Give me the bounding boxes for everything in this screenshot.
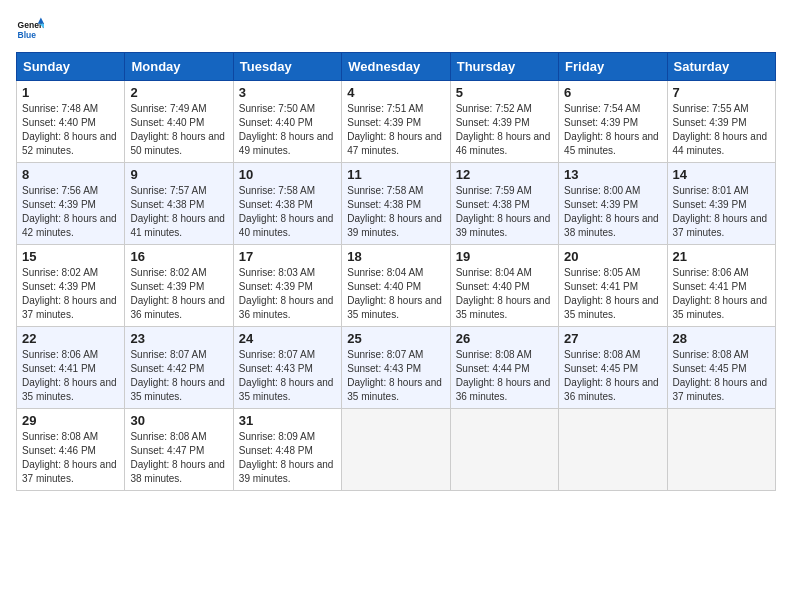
day-detail: Sunrise: 8:08 AMSunset: 4:47 PMDaylight:… [130,431,225,484]
calendar-cell: 17Sunrise: 8:03 AMSunset: 4:39 PMDayligh… [233,245,341,327]
day-detail: Sunrise: 7:57 AMSunset: 4:38 PMDaylight:… [130,185,225,238]
day-number: 12 [456,167,553,182]
calendar-cell: 18Sunrise: 8:04 AMSunset: 4:40 PMDayligh… [342,245,450,327]
calendar-header-row: SundayMondayTuesdayWednesdayThursdayFrid… [17,53,776,81]
day-number: 18 [347,249,444,264]
calendar-cell: 16Sunrise: 8:02 AMSunset: 4:39 PMDayligh… [125,245,233,327]
day-number: 22 [22,331,119,346]
day-detail: Sunrise: 8:04 AMSunset: 4:40 PMDaylight:… [456,267,551,320]
day-number: 8 [22,167,119,182]
weekday-header-sunday: Sunday [17,53,125,81]
calendar-cell: 29Sunrise: 8:08 AMSunset: 4:46 PMDayligh… [17,409,125,491]
calendar-cell: 31Sunrise: 8:09 AMSunset: 4:48 PMDayligh… [233,409,341,491]
calendar-table: SundayMondayTuesdayWednesdayThursdayFrid… [16,52,776,491]
day-detail: Sunrise: 8:03 AMSunset: 4:39 PMDaylight:… [239,267,334,320]
day-detail: Sunrise: 8:02 AMSunset: 4:39 PMDaylight:… [130,267,225,320]
day-number: 23 [130,331,227,346]
day-detail: Sunrise: 8:06 AMSunset: 4:41 PMDaylight:… [22,349,117,402]
weekday-header-wednesday: Wednesday [342,53,450,81]
day-number: 13 [564,167,661,182]
calendar-cell: 27Sunrise: 8:08 AMSunset: 4:45 PMDayligh… [559,327,667,409]
day-detail: Sunrise: 8:07 AMSunset: 4:43 PMDaylight:… [239,349,334,402]
day-detail: Sunrise: 8:09 AMSunset: 4:48 PMDaylight:… [239,431,334,484]
day-detail: Sunrise: 7:56 AMSunset: 4:39 PMDaylight:… [22,185,117,238]
day-number: 11 [347,167,444,182]
calendar-cell: 13Sunrise: 8:00 AMSunset: 4:39 PMDayligh… [559,163,667,245]
calendar-cell: 12Sunrise: 7:59 AMSunset: 4:38 PMDayligh… [450,163,558,245]
calendar-cell: 28Sunrise: 8:08 AMSunset: 4:45 PMDayligh… [667,327,775,409]
day-number: 31 [239,413,336,428]
calendar-cell: 2Sunrise: 7:49 AMSunset: 4:40 PMDaylight… [125,81,233,163]
day-detail: Sunrise: 8:04 AMSunset: 4:40 PMDaylight:… [347,267,442,320]
calendar-cell: 19Sunrise: 8:04 AMSunset: 4:40 PMDayligh… [450,245,558,327]
day-number: 16 [130,249,227,264]
calendar-cell [559,409,667,491]
day-detail: Sunrise: 8:07 AMSunset: 4:42 PMDaylight:… [130,349,225,402]
day-number: 28 [673,331,770,346]
day-detail: Sunrise: 8:08 AMSunset: 4:45 PMDaylight:… [564,349,659,402]
calendar-cell: 21Sunrise: 8:06 AMSunset: 4:41 PMDayligh… [667,245,775,327]
day-detail: Sunrise: 7:51 AMSunset: 4:39 PMDaylight:… [347,103,442,156]
day-number: 2 [130,85,227,100]
day-detail: Sunrise: 7:48 AMSunset: 4:40 PMDaylight:… [22,103,117,156]
calendar-cell [667,409,775,491]
calendar-cell: 22Sunrise: 8:06 AMSunset: 4:41 PMDayligh… [17,327,125,409]
day-detail: Sunrise: 7:49 AMSunset: 4:40 PMDaylight:… [130,103,225,156]
day-number: 4 [347,85,444,100]
day-detail: Sunrise: 8:00 AMSunset: 4:39 PMDaylight:… [564,185,659,238]
svg-text:Blue: Blue [18,30,37,40]
logo-icon: General Blue [16,16,44,44]
day-number: 24 [239,331,336,346]
calendar-cell: 30Sunrise: 8:08 AMSunset: 4:47 PMDayligh… [125,409,233,491]
weekday-header-friday: Friday [559,53,667,81]
day-number: 1 [22,85,119,100]
calendar-cell [450,409,558,491]
day-number: 19 [456,249,553,264]
logo: General Blue [16,16,48,44]
calendar-cell: 15Sunrise: 8:02 AMSunset: 4:39 PMDayligh… [17,245,125,327]
header: General Blue [16,16,776,44]
calendar-cell: 20Sunrise: 8:05 AMSunset: 4:41 PMDayligh… [559,245,667,327]
calendar-cell: 14Sunrise: 8:01 AMSunset: 4:39 PMDayligh… [667,163,775,245]
calendar-cell: 6Sunrise: 7:54 AMSunset: 4:39 PMDaylight… [559,81,667,163]
calendar-cell: 25Sunrise: 8:07 AMSunset: 4:43 PMDayligh… [342,327,450,409]
day-detail: Sunrise: 7:52 AMSunset: 4:39 PMDaylight:… [456,103,551,156]
day-number: 10 [239,167,336,182]
day-number: 27 [564,331,661,346]
weekday-header-tuesday: Tuesday [233,53,341,81]
day-detail: Sunrise: 8:08 AMSunset: 4:45 PMDaylight:… [673,349,768,402]
day-detail: Sunrise: 8:05 AMSunset: 4:41 PMDaylight:… [564,267,659,320]
calendar-cell: 9Sunrise: 7:57 AMSunset: 4:38 PMDaylight… [125,163,233,245]
day-detail: Sunrise: 7:54 AMSunset: 4:39 PMDaylight:… [564,103,659,156]
calendar-cell: 7Sunrise: 7:55 AMSunset: 4:39 PMDaylight… [667,81,775,163]
day-number: 3 [239,85,336,100]
day-detail: Sunrise: 8:07 AMSunset: 4:43 PMDaylight:… [347,349,442,402]
day-number: 25 [347,331,444,346]
calendar-cell: 4Sunrise: 7:51 AMSunset: 4:39 PMDaylight… [342,81,450,163]
day-number: 17 [239,249,336,264]
day-detail: Sunrise: 8:02 AMSunset: 4:39 PMDaylight:… [22,267,117,320]
calendar-cell: 10Sunrise: 7:58 AMSunset: 4:38 PMDayligh… [233,163,341,245]
day-number: 21 [673,249,770,264]
day-detail: Sunrise: 8:08 AMSunset: 4:46 PMDaylight:… [22,431,117,484]
day-detail: Sunrise: 7:59 AMSunset: 4:38 PMDaylight:… [456,185,551,238]
calendar-cell: 8Sunrise: 7:56 AMSunset: 4:39 PMDaylight… [17,163,125,245]
calendar-cell: 24Sunrise: 8:07 AMSunset: 4:43 PMDayligh… [233,327,341,409]
calendar-week-1: 1Sunrise: 7:48 AMSunset: 4:40 PMDaylight… [17,81,776,163]
weekday-header-monday: Monday [125,53,233,81]
day-number: 6 [564,85,661,100]
day-number: 15 [22,249,119,264]
day-detail: Sunrise: 8:08 AMSunset: 4:44 PMDaylight:… [456,349,551,402]
day-number: 30 [130,413,227,428]
calendar-body: 1Sunrise: 7:48 AMSunset: 4:40 PMDaylight… [17,81,776,491]
calendar-cell: 26Sunrise: 8:08 AMSunset: 4:44 PMDayligh… [450,327,558,409]
calendar-cell: 1Sunrise: 7:48 AMSunset: 4:40 PMDaylight… [17,81,125,163]
day-detail: Sunrise: 7:50 AMSunset: 4:40 PMDaylight:… [239,103,334,156]
calendar-cell: 5Sunrise: 7:52 AMSunset: 4:39 PMDaylight… [450,81,558,163]
day-number: 7 [673,85,770,100]
calendar-week-3: 15Sunrise: 8:02 AMSunset: 4:39 PMDayligh… [17,245,776,327]
calendar-week-5: 29Sunrise: 8:08 AMSunset: 4:46 PMDayligh… [17,409,776,491]
day-number: 5 [456,85,553,100]
calendar-week-4: 22Sunrise: 8:06 AMSunset: 4:41 PMDayligh… [17,327,776,409]
day-detail: Sunrise: 7:58 AMSunset: 4:38 PMDaylight:… [239,185,334,238]
